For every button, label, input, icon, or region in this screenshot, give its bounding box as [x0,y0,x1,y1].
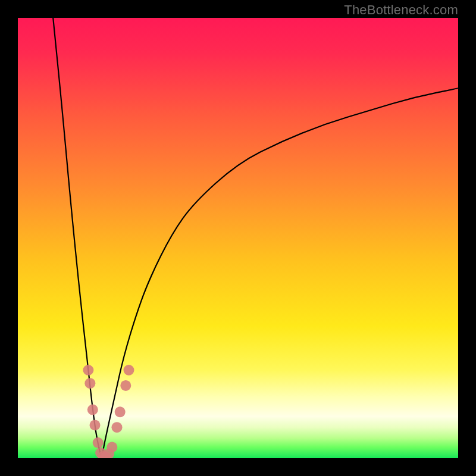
curve-layer [18,18,458,458]
watermark-text: TheBottleneck.com [344,2,458,18]
highlight-markers [83,365,134,458]
marker-dot [84,378,95,389]
marker-dot [90,420,101,431]
curve-left-branch [53,18,101,458]
chart-frame: TheBottleneck.com [0,0,476,476]
marker-dot [123,365,134,375]
marker-dot [120,380,131,391]
curve-right-branch [102,88,458,458]
marker-dot [107,442,117,453]
marker-dot [83,365,93,375]
marker-dot [115,406,126,417]
marker-dot [112,422,123,433]
marker-dot [87,405,98,415]
plot-area [18,18,458,458]
marker-dot [93,437,104,448]
